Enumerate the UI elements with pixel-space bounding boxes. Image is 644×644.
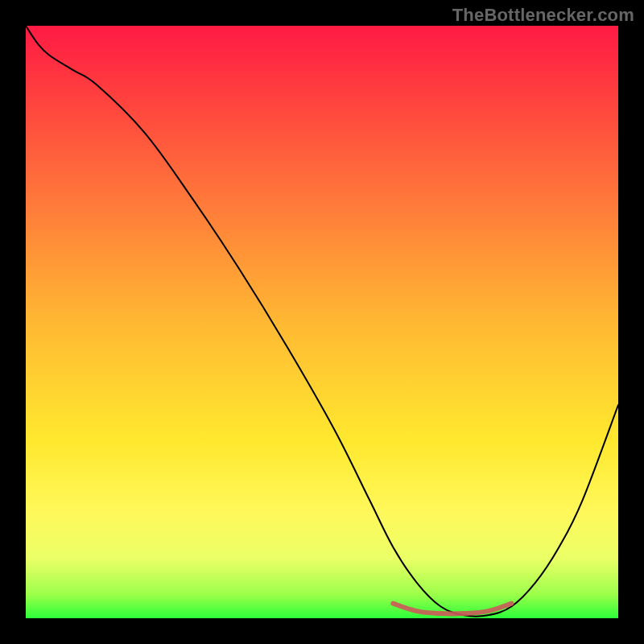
gradient-background — [26, 26, 618, 618]
chart-frame: TheBottlenecker.com — [0, 0, 644, 644]
plot-area — [26, 26, 618, 618]
chart-svg — [26, 26, 618, 618]
watermark-text: TheBottlenecker.com — [452, 5, 634, 26]
